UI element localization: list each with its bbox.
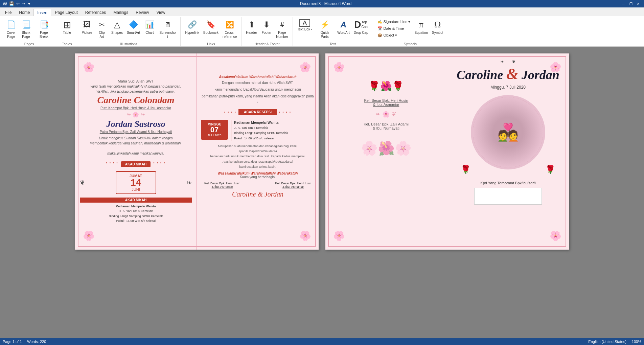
- acara-dots-left: • • • •: [224, 110, 236, 114]
- left-panel: Maha Suci Allah SWT yang telah menciptak…: [80, 79, 192, 224]
- object-button[interactable]: 📦 Object ▾: [376, 32, 412, 39]
- header-button[interactable]: ⬆ Header: [244, 18, 259, 41]
- shapes-button[interactable]: △ Shapes: [110, 18, 124, 41]
- assalamu-text: Assalamu'alaikum Warahmatullahi Wabaraka…: [201, 75, 315, 79]
- acara-badge: ACARA RESEPSI: [238, 109, 277, 115]
- tab-home[interactable]: Home: [15, 8, 33, 16]
- tab-mailings[interactable]: Mailings: [110, 8, 132, 16]
- drop-cap-button[interactable]: DropCap Drop Cap: [352, 18, 370, 41]
- leaf-left: ❦: [80, 179, 85, 186]
- acara-dots-right: • • • •: [279, 110, 291, 114]
- tab-file[interactable]: File: [1, 8, 15, 16]
- close-button[interactable]: ✕: [635, 1, 641, 6]
- cover-page-button[interactable]: 📄 CoverPage: [4, 18, 18, 41]
- screenshot-button[interactable]: 🖥 Screenshot: [157, 18, 178, 41]
- bookmark-label: Bookmark: [203, 31, 218, 35]
- links-group-label: Links: [183, 41, 238, 47]
- pernikahan-text: pernikahan putra-putri kami, yang insaha…: [201, 94, 315, 105]
- page-info: Page 1 of 1: [3, 340, 22, 344]
- akad-date-box: JUMAT 14 JUNI: [116, 171, 156, 194]
- couple-signature: Caroline & Jordan: [201, 190, 315, 198]
- chart-icon: 📊: [144, 19, 155, 30]
- blank-page-button[interactable]: 📃 BlankPage: [19, 18, 33, 41]
- pages-items: 📄 CoverPage 📃 BlankPage 📑 Page Break: [4, 18, 54, 41]
- shapes-label: Shapes: [111, 31, 123, 35]
- signature-line-button[interactable]: ✍ Signature Line ▾: [376, 18, 412, 25]
- headerfooter-items: ⬆ Header ⬇ Footer # PageNumber: [244, 18, 290, 41]
- page-number-button[interactable]: # PageNumber: [274, 18, 290, 41]
- signature-icon: ✍: [377, 20, 382, 24]
- footer-button[interactable]: ⬇ Footer: [259, 18, 274, 41]
- minimize-button[interactable]: ─: [620, 1, 626, 6]
- page-break-label: Page Break: [36, 31, 52, 39]
- bookmark-icon: 🔖: [206, 19, 216, 30]
- page-number-icon: #: [277, 19, 288, 30]
- tanggal-text: Minggu, 7 Juli 2020: [454, 85, 562, 90]
- document-page-1: 🌸 🌸 🌸 🌸 Maha Suci Allah SWT yang telah m…: [75, 53, 319, 250]
- customize-qa[interactable]: ▼: [27, 1, 31, 6]
- venue-time: Pukul : 14.00 WIB s/d selesai: [116, 219, 156, 223]
- address-box[interactable]: [474, 188, 542, 205]
- merupakan4: Atas kehadiran serta do'a restu Bapak/Ib…: [223, 160, 293, 163]
- bride-name: Caroline Colondam: [80, 95, 192, 106]
- date-time-button[interactable]: 📅 Date & Time: [376, 25, 412, 32]
- smartart-label: SmartArt: [127, 31, 140, 35]
- couple-photo: 💑: [471, 95, 545, 169]
- tab-review[interactable]: Review: [132, 8, 153, 16]
- ribbon-toolbar: 📄 CoverPage 📃 BlankPage 📑 Page Break Pag…: [0, 16, 644, 47]
- quick-redo[interactable]: ↪: [22, 1, 25, 6]
- smartart-button[interactable]: 🔷 SmartArt: [125, 18, 142, 41]
- ribbon-group-tables: ⊞ Table Tables: [57, 17, 77, 46]
- venue1-time: Pukul : 14.00 WIB s/d selesai: [234, 136, 288, 141]
- table-button[interactable]: ⊞ Table: [60, 18, 74, 41]
- chart-button[interactable]: 📊 Chart: [142, 18, 157, 41]
- drop-cap-icon: DropCap: [355, 19, 366, 30]
- language-info: English (United States): [588, 340, 626, 344]
- picture-icon: 🖼: [82, 19, 92, 30]
- putra-text: Putra Pertama Bpk. Zaili Adami & Ibu. Nu…: [80, 130, 192, 134]
- kami-text: kami mengundang Bapak/Ibu/Saudara/i untu…: [201, 87, 315, 92]
- object-icon: 📦: [377, 33, 382, 38]
- venue-title: Kediaman Mempelai Wanita: [116, 205, 156, 208]
- symbol-button[interactable]: Ω Symbol: [430, 18, 445, 41]
- dots-right: • • • •: [153, 161, 165, 165]
- ibu2: & Ibu. Nurhayati: [331, 126, 441, 130]
- tab-pagelayout[interactable]: Page Layout: [51, 8, 81, 16]
- couple-ampersand: &: [506, 65, 519, 83]
- venue-address: Jl. A. Yani Km.5 Kemelak: [119, 209, 153, 213]
- hyperlink-label: Hyperlink: [185, 31, 199, 35]
- tab-view[interactable]: View: [153, 8, 169, 16]
- shapes-icon: △: [112, 19, 122, 30]
- page2-bg-floral: 🌸🌺🌸: [331, 140, 441, 156]
- tables-group-label: Tables: [60, 41, 74, 47]
- clip-art-button[interactable]: ✂ ClipArt: [95, 18, 109, 41]
- cover-page-label: CoverPage: [7, 31, 16, 39]
- page2-left-panel: 🌹🌺🌹 Kel. Besar Bpk. Heri Husin & Ibu. As…: [331, 80, 441, 156]
- wordart-button[interactable]: A WordArt: [336, 18, 351, 41]
- table-icon: ⊞: [62, 19, 72, 30]
- tab-references[interactable]: References: [82, 8, 110, 16]
- ttd-row: Kel. Besar Bpk. Heri Husin & Ibu. Asmani…: [201, 182, 315, 188]
- page-number-label: PageNumber: [276, 31, 288, 39]
- couple-name1: Caroline: [457, 68, 503, 82]
- quick-undo[interactable]: ↩: [16, 1, 20, 6]
- quick-parts-button[interactable]: ⚡ Quick Parts: [315, 18, 335, 41]
- blank-page-icon: 📃: [21, 19, 31, 30]
- quick-save[interactable]: 💾: [9, 1, 14, 6]
- cross-reference-button[interactable]: 🔀 Cross-reference: [221, 18, 238, 41]
- dots-left: • • • •: [106, 161, 118, 165]
- text-box-button[interactable]: A Text Box -: [296, 18, 314, 41]
- restore-button[interactable]: ❐: [628, 1, 634, 6]
- venue1-detail: Binding Langit Samping SPBU Kemelak: [234, 131, 288, 136]
- ttd-left2: & Ibu. Asmaniar: [204, 185, 240, 188]
- page-break-button[interactable]: 📑 Page Break: [34, 18, 54, 41]
- blank-page-label: BlankPage: [22, 31, 30, 39]
- document-page-2: 🌸 🌸 🌸 🌸 🌹🌺🌹 Kel. Besar Bpk. Heri Husin &…: [325, 53, 569, 250]
- pages-group-label: Pages: [4, 41, 54, 47]
- bookmark-button[interactable]: 🔖 Bookmark: [202, 18, 220, 41]
- hyperlink-button[interactable]: 🔗 Hyperlink: [183, 18, 201, 41]
- picture-button[interactable]: 🖼 Picture: [80, 18, 94, 41]
- window-controls: ─ ❐ ✕: [620, 1, 641, 6]
- equation-button[interactable]: π Equation: [413, 18, 430, 41]
- tab-insert[interactable]: Insert: [33, 9, 51, 16]
